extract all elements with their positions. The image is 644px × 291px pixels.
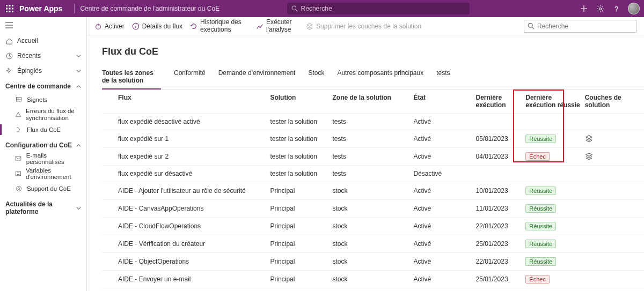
cell-status: Réussite: [525, 217, 584, 235]
cell-status: Réussite: [525, 182, 584, 199]
table-row[interactable]: AIDE - Envoyer un e-mailPrincipalstockAc…: [102, 270, 644, 288]
table-row[interactable]: AIDE - CloudFlowOperationsPrincipalstock…: [102, 217, 644, 235]
sidebar-recent[interactable]: Récents: [0, 48, 86, 63]
cmd-analyze[interactable]: Exécuter l'analyse: [256, 19, 298, 33]
cell-status: Réussite: [525, 252, 584, 270]
cell-state: Activé: [413, 130, 475, 147]
cmd-activate[interactable]: Activer: [94, 23, 125, 30]
sidebar-group-config[interactable]: Configuration du CoE: [0, 137, 86, 151]
sidebar-group-command[interactable]: Centre de commande: [0, 78, 86, 92]
waffle-icon[interactable]: [4, 3, 15, 14]
table-row[interactable]: AIDE - CanvasAppOperationsPrincipalstock…: [102, 199, 644, 217]
svg-rect-6: [6, 11, 8, 12]
table-row[interactable]: AIDE - ObjectOperationsPrincipalstockAct…: [102, 252, 644, 270]
hamburger-icon[interactable]: [0, 17, 86, 33]
cmd-history[interactable]: Historique des exécutions: [190, 19, 248, 33]
svg-rect-16: [16, 171, 21, 176]
cell-state: Activé: [413, 113, 475, 130]
sidebar-support-label: Support du CoE: [27, 185, 71, 192]
cell-layers: [585, 130, 644, 147]
tab-compliance[interactable]: Conformité: [174, 66, 206, 89]
cell-zone: stock: [333, 252, 414, 270]
table-row[interactable]: flux expédié désactivé activétester la s…: [102, 113, 644, 130]
col-layers[interactable]: Couches de solution: [585, 89, 644, 114]
cell-solution: Principal: [270, 270, 332, 288]
cell-state: Activé: [413, 235, 475, 252]
svg-rect-5: [12, 8, 13, 10]
col-last-exec[interactable]: Dernière exécution: [476, 89, 526, 114]
sidebar-pinned[interactable]: Épinglés: [0, 63, 86, 78]
sidebar-home[interactable]: Accueil: [0, 33, 86, 48]
tab-stock[interactable]: Stock: [308, 66, 324, 89]
cell-zone: stock: [333, 235, 414, 252]
sidebar-emails[interactable]: E-mails personnalisés: [0, 151, 86, 166]
layers-icon[interactable]: [585, 135, 641, 143]
add-icon[interactable]: [580, 4, 588, 13]
sidebar-signets[interactable]: Signets: [0, 92, 86, 107]
tab-tests[interactable]: tests: [436, 66, 450, 89]
table-row[interactable]: SetupWizard>CreateGroupPrincipalstockAct…: [102, 288, 644, 291]
sidebar-env-vars[interactable]: Variables d'environnement: [0, 166, 86, 181]
status-badge: Réussite: [525, 257, 556, 266]
cell-solution: tester la solution: [270, 130, 332, 147]
cell-date: 22/01/2023: [476, 252, 526, 270]
cell-date: 10/01/2023: [476, 182, 526, 199]
table-row[interactable]: flux expédié sur désactivétester la solu…: [102, 165, 644, 182]
col-zone[interactable]: Zone de la solution: [333, 89, 414, 114]
search-icon: [291, 5, 298, 12]
cell-status: Réussite: [525, 235, 584, 252]
cell-state: Activé: [413, 199, 475, 217]
tab-env-request[interactable]: Demande d'environnement: [218, 66, 296, 89]
cell-status: Réussite: [525, 130, 584, 147]
tab-all[interactable]: Toutes les zones de la solution: [102, 66, 161, 89]
svg-rect-15: [16, 156, 21, 160]
global-search[interactable]: [287, 3, 470, 14]
clock-icon: [5, 52, 13, 59]
tab-other[interactable]: Autres composants principaux: [337, 66, 423, 89]
sidebar-group-news[interactable]: Actualités de la plateforme: [0, 196, 86, 218]
col-solution[interactable]: Solution: [270, 89, 332, 114]
cell-flow: flux expédié sur désactivé: [102, 165, 270, 182]
cmd-details[interactable]: Détails du flux: [132, 23, 182, 30]
cell-layers: [585, 270, 644, 288]
table-row[interactable]: AIDE - Ajouter l'utilisateur au rôle de …: [102, 182, 644, 199]
page-search[interactable]: [524, 20, 636, 33]
svg-rect-3: [6, 8, 8, 10]
svg-rect-1: [9, 5, 11, 6]
sidebar-signets-label: Signets: [27, 96, 47, 103]
cell-layers: [585, 252, 644, 270]
cell-zone: stock: [333, 199, 414, 217]
sidebar-support[interactable]: Support du CoE: [0, 181, 86, 196]
cell-date: 05/01/2023: [476, 130, 526, 147]
sidebar-env-vars-label: Variables d'environnement: [26, 167, 81, 180]
help-icon[interactable]: ?: [612, 4, 620, 13]
cell-zone: stock: [333, 182, 414, 199]
cell-state: Activé: [413, 270, 475, 288]
sidebar-group-news-label: Actualités de la plateforme: [5, 200, 76, 215]
search-icon: [528, 23, 535, 29]
gear-icon[interactable]: [596, 4, 604, 13]
cell-layers: [585, 113, 644, 130]
command-bar: Activer Détails du flux Historique des e…: [87, 17, 644, 35]
cell-status: Échec: [525, 147, 584, 165]
col-flow[interactable]: Flux: [102, 89, 270, 114]
svg-rect-8: [12, 11, 13, 12]
sidebar-sync-errors[interactable]: Erreurs du flux de synchronisation: [0, 107, 86, 122]
cell-flow: AIDE - CloudFlowOperations: [102, 217, 270, 235]
global-search-input[interactable]: [301, 5, 465, 12]
home-icon: [5, 37, 13, 44]
table-row[interactable]: flux expédié sur 2tester la solutiontest…: [102, 147, 644, 165]
sidebar-coe-flows[interactable]: Flux du CoE: [0, 122, 86, 137]
cell-zone: stock: [333, 288, 414, 291]
layers-icon[interactable]: [585, 152, 641, 160]
cell-layers: [585, 147, 644, 165]
cell-status: [525, 113, 584, 130]
col-state[interactable]: État: [413, 89, 475, 114]
col-last-success[interactable]: Dernière exécution réussie: [525, 89, 584, 114]
cell-flow: AIDE - Envoyer un e-mail: [102, 270, 270, 288]
avatar[interactable]: [628, 3, 640, 14]
cell-status: Échec: [525, 270, 584, 288]
page-search-input[interactable]: [537, 23, 633, 30]
table-row[interactable]: AIDE - Vérification du créateurPrincipal…: [102, 235, 644, 252]
table-row[interactable]: flux expédié sur 1tester la solutiontest…: [102, 130, 644, 147]
